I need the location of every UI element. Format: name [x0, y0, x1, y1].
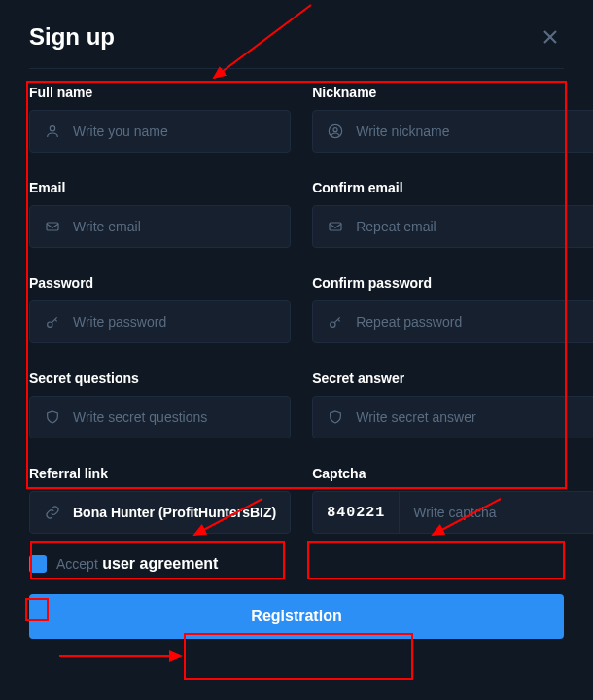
referral-value: Bona Hunter (ProfitHuntersBIZ)	[73, 505, 276, 520]
agreement-text: Accept user agreement	[56, 555, 218, 573]
confirm-email-input[interactable]	[356, 219, 583, 234]
captcha-input[interactable]	[400, 505, 593, 520]
mail-icon	[44, 218, 61, 235]
key-icon	[44, 313, 61, 331]
label-confirm-password: Confirm password	[312, 275, 593, 291]
field-referral: Referral link Bona Hunter (ProfitHunters…	[29, 466, 291, 534]
input-wrap-secret-questions[interactable]	[29, 396, 291, 438]
field-secret-answer: Secret answer	[312, 370, 593, 438]
shield-icon	[44, 408, 61, 426]
signup-modal: Sign up Full name Nickname	[0, 0, 593, 700]
field-confirm-email: Confirm email	[312, 180, 593, 248]
field-full-name: Full name	[29, 85, 291, 153]
label-password: Password	[29, 275, 291, 291]
label-confirm-email: Confirm email	[312, 180, 593, 195]
svg-point-7	[48, 322, 52, 327]
label-secret-questions: Secret questions	[29, 370, 291, 386]
link-icon	[44, 504, 61, 521]
field-email: Email	[29, 180, 291, 248]
agreement-link[interactable]: user agreement	[102, 555, 218, 572]
mail-icon	[327, 218, 344, 235]
input-wrap-confirm-password[interactable]	[312, 300, 593, 343]
form-grid: Full name Nickname Email	[29, 69, 564, 534]
modal-title: Sign up	[29, 23, 115, 51]
agreement-checkbox[interactable]	[29, 555, 47, 573]
label-nickname: Nickname	[312, 85, 593, 100]
input-wrap-email[interactable]	[29, 205, 291, 248]
close-icon	[541, 28, 559, 46]
label-captcha: Captcha	[312, 466, 593, 481]
input-wrap-secret-answer[interactable]	[312, 396, 593, 438]
secret-questions-input[interactable]	[73, 409, 276, 425]
modal-header: Sign up	[29, 0, 564, 69]
svg-point-4	[333, 128, 337, 132]
email-input[interactable]	[73, 219, 276, 234]
input-wrap-confirm-email[interactable]	[312, 205, 593, 248]
key-icon	[327, 313, 344, 331]
field-captcha: Captcha 840221	[312, 466, 593, 534]
field-nickname: Nickname	[312, 85, 593, 153]
label-referral: Referral link	[29, 466, 291, 481]
confirm-password-input[interactable]	[356, 314, 583, 330]
person-icon	[44, 122, 61, 140]
svg-point-2	[50, 126, 54, 131]
label-secret-answer: Secret answer	[312, 370, 593, 386]
field-secret-questions: Secret questions	[29, 370, 291, 438]
agreement-row: Accept user agreement	[29, 555, 564, 573]
input-wrap-password[interactable]	[29, 300, 291, 343]
registration-button[interactable]: Registration	[29, 594, 564, 639]
shield-icon	[327, 408, 344, 426]
agreement-prefix: Accept	[56, 556, 98, 572]
input-wrap-referral[interactable]: Bona Hunter (ProfitHuntersBIZ)	[29, 491, 291, 534]
close-button[interactable]	[537, 23, 564, 51]
input-wrap-nickname[interactable]	[312, 110, 593, 153]
svg-point-3	[330, 124, 342, 137]
full-name-input[interactable]	[73, 123, 276, 139]
field-password: Password	[29, 275, 291, 343]
captcha-code: 840221	[313, 492, 400, 533]
nickname-input[interactable]	[356, 123, 583, 139]
svg-rect-5	[47, 223, 58, 230]
password-input[interactable]	[73, 314, 276, 330]
user-circle-icon	[327, 122, 344, 140]
captcha-wrap[interactable]: 840221	[312, 491, 593, 534]
svg-rect-6	[330, 223, 341, 230]
input-wrap-full-name[interactable]	[29, 110, 291, 153]
svg-point-8	[331, 322, 335, 327]
label-email: Email	[29, 180, 291, 195]
secret-answer-input[interactable]	[356, 409, 583, 425]
label-full-name: Full name	[29, 85, 291, 100]
field-confirm-password: Confirm password	[312, 275, 593, 343]
